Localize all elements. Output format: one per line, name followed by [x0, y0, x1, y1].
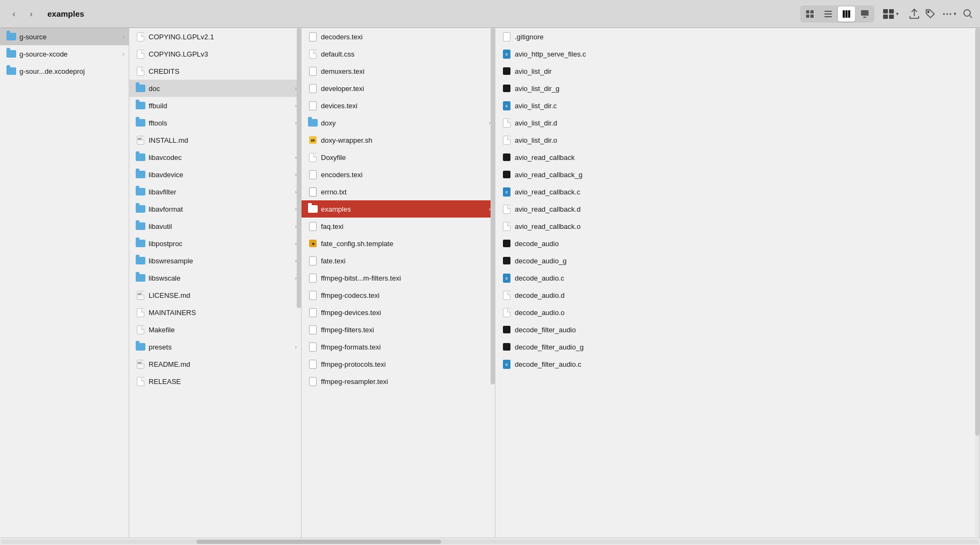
md-icon: MD — [136, 359, 145, 369]
list-item[interactable]: MD INSTALL.md — [129, 131, 301, 149]
panel-1-scroll[interactable]: g-source › g-source-xcode › g-sour...de.… — [0, 28, 129, 537]
texi-icon — [308, 376, 318, 386]
file-name: decoders.texi — [321, 33, 491, 41]
list-item[interactable]: decode_audio_g — [495, 252, 979, 269]
list-item[interactable]: libavdevice › — [129, 166, 301, 183]
list-item[interactable]: decoders.texi — [302, 28, 495, 45]
list-item[interactable]: Makefile — [129, 321, 301, 338]
list-item[interactable]: encoders.texi — [302, 166, 495, 183]
list-item[interactable]: default.css — [302, 45, 495, 62]
list-item[interactable]: avio_read_callback.d — [495, 200, 979, 218]
gallery-view-button[interactable] — [856, 6, 873, 22]
list-item[interactable]: libpostproc › — [129, 235, 301, 252]
panel2-scrollbar[interactable] — [297, 28, 301, 537]
list-item[interactable]: COPYING.LGPLv3 — [129, 45, 301, 62]
file-name: g-source — [19, 33, 120, 41]
list-item[interactable]: decode_audio.d — [495, 287, 979, 304]
panel3-scrollbar[interactable] — [491, 28, 495, 537]
panel-3: decoders.texi default.css demuxers.texi — [302, 28, 495, 537]
list-item[interactable]: decode_audio — [495, 235, 979, 252]
list-item[interactable]: libavfilter › — [129, 183, 301, 200]
list-item[interactable]: decode_audio.o — [495, 304, 979, 321]
file-name: fate.texi — [321, 257, 491, 265]
credits-item[interactable]: CREDITS — [129, 62, 301, 80]
list-item[interactable]: avio_list_dir — [495, 62, 979, 80]
list-item[interactable]: doxy › — [302, 114, 495, 131]
list-item[interactable]: g-sour...de.xcodeproj — [0, 62, 129, 80]
panel4-scrollbar[interactable] — [975, 28, 979, 537]
list-item[interactable]: libavutil › — [129, 218, 301, 235]
list-item[interactable]: avio_read_callback.o — [495, 218, 979, 235]
executable-icon — [502, 256, 512, 265]
list-item[interactable]: c decode_audio.c — [495, 269, 979, 287]
doc-icon — [502, 290, 512, 300]
share-button[interactable] — [909, 9, 919, 19]
column-view-button[interactable] — [838, 6, 855, 22]
list-item[interactable]: developer.texi — [302, 80, 495, 97]
panel-4-scroll[interactable]: .gitignore c avio_http_serve_files.c avi… — [495, 28, 979, 537]
list-item[interactable]: decode_filter_audio_g — [495, 338, 979, 355]
list-item[interactable]: decode_filter_audio — [495, 321, 979, 338]
list-item[interactable]: presets › — [129, 338, 301, 355]
c-source-icon: c — [502, 359, 512, 369]
list-item[interactable]: ffmpeg-protocols.texi — [302, 355, 495, 373]
list-item[interactable]: fate.texi — [302, 252, 495, 269]
search-button[interactable] — [963, 9, 974, 19]
texi-icon — [308, 342, 318, 352]
svg-rect-10 — [861, 10, 869, 16]
svg-point-18 — [947, 13, 948, 15]
horizontal-scrollbar[interactable] — [0, 537, 980, 545]
list-item[interactable]: c avio_list_dir.c — [495, 97, 979, 114]
list-item[interactable]: MAINTAINERS — [129, 304, 301, 321]
list-item[interactable]: avio_list_dir_g — [495, 80, 979, 97]
list-item[interactable]: MD LICENSE.md — [129, 287, 301, 304]
list-item[interactable]: libavformat › — [129, 200, 301, 218]
list-item[interactable]: c avio_read_callback.c — [495, 183, 979, 200]
file-name: .gitignore — [515, 33, 975, 41]
list-item[interactable]: RELEASE — [129, 373, 301, 390]
back-button[interactable]: ‹ — [6, 6, 22, 22]
list-item[interactable]: avio_list_dir.d — [495, 114, 979, 131]
group-button[interactable]: ▾ — [883, 9, 899, 19]
list-item[interactable]: ffmpeg-devices.texi — [302, 304, 495, 321]
list-item[interactable]: g-source-xcode › — [0, 45, 129, 62]
file-name: decode_audio_g — [515, 257, 975, 265]
svg-rect-0 — [806, 10, 809, 13]
list-item[interactable]: .gitignore — [495, 28, 979, 45]
list-item[interactable]: sh doxy-wrapper.sh — [302, 131, 495, 149]
list-item[interactable]: ffmpeg-codecs.texi — [302, 287, 495, 304]
list-item[interactable]: g-source › — [0, 28, 129, 45]
list-item[interactable]: devices.texi — [302, 97, 495, 114]
list-item[interactable]: ffmpeg-bitst...m-filters.texi — [302, 269, 495, 287]
list-item[interactable]: avio_read_callback — [495, 149, 979, 166]
list-item[interactable]: avio_list_dir.o — [495, 131, 979, 149]
list-item[interactable]: avio_read_callback_g — [495, 166, 979, 183]
more-button[interactable]: ▾ — [942, 9, 956, 19]
list-item[interactable]: ★ fate_config.sh.template — [302, 235, 495, 252]
list-item[interactable]: c avio_http_serve_files.c — [495, 45, 979, 62]
list-item[interactable]: COPYING.LGPLv2.1 — [129, 28, 301, 45]
list-item[interactable]: errno.txt — [302, 183, 495, 200]
panel-2-scroll[interactable]: COPYING.LGPLv2.1 COPYING.LGPLv3 CREDITS — [129, 28, 301, 537]
forward-button[interactable]: › — [24, 6, 39, 22]
list-item[interactable]: libswresample › — [129, 252, 301, 269]
list-item[interactable]: ffmpeg-filters.texi — [302, 321, 495, 338]
doc-folder-item[interactable]: doc › — [129, 80, 301, 97]
list-item[interactable]: libavcodec › — [129, 149, 301, 166]
list-item[interactable]: Doxyfile — [302, 149, 495, 166]
list-item[interactable]: MD README.md — [129, 355, 301, 373]
list-view-button[interactable] — [820, 6, 837, 22]
list-item[interactable]: demuxers.texi — [302, 62, 495, 80]
tag-button[interactable] — [926, 9, 935, 19]
examples-folder-item[interactable]: examples › — [302, 200, 495, 218]
icon-view-button[interactable] — [801, 6, 818, 22]
list-item[interactable]: faq.texi — [302, 218, 495, 235]
list-item[interactable]: ffmpeg-formats.texi — [302, 338, 495, 355]
list-item[interactable]: libswscale › — [129, 269, 301, 287]
list-item[interactable]: ffbuild › — [129, 97, 301, 114]
list-item[interactable]: c decode_filter_audio.c — [495, 355, 979, 373]
list-item[interactable]: ffmpeg-resampler.texi — [302, 373, 495, 390]
list-item[interactable]: fftools › — [129, 114, 301, 131]
panel-3-scroll[interactable]: decoders.texi default.css demuxers.texi — [302, 28, 495, 537]
doc-icon — [502, 204, 512, 214]
